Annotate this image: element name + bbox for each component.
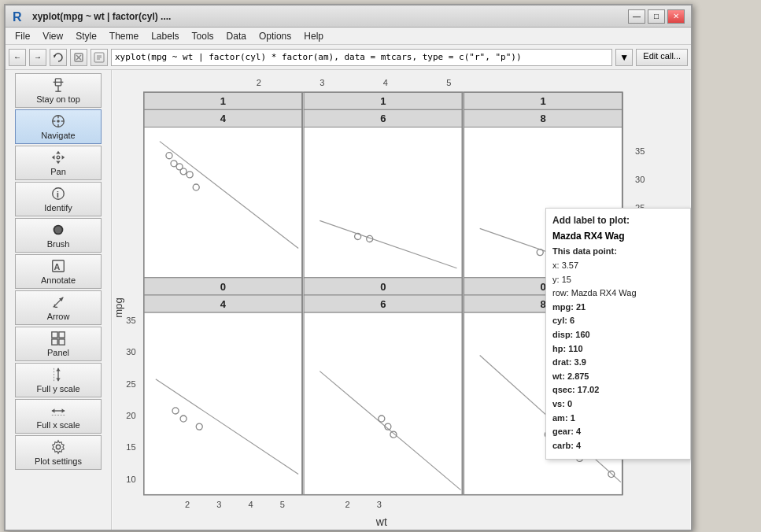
svg-text:0: 0 — [220, 281, 226, 293]
refresh-button[interactable] — [50, 49, 67, 66]
stop-button[interactable] — [70, 49, 87, 66]
menu-tools[interactable]: Tools — [186, 29, 220, 43]
svg-text:35: 35 — [126, 316, 135, 325]
plot-settings-label: Plot settings — [35, 456, 82, 466]
command-dropdown[interactable]: ▼ — [615, 49, 633, 66]
navigate-icon — [50, 113, 66, 129]
pan-label: Pan — [50, 167, 66, 176]
svg-rect-70 — [304, 127, 462, 277]
tooltip-am: am: 1 — [552, 412, 684, 426]
svg-text:30: 30 — [126, 347, 135, 357]
window-controls: — □ ✕ — [628, 9, 685, 24]
svg-text:2: 2 — [185, 500, 190, 509]
svg-text:25: 25 — [126, 379, 135, 389]
menu-file[interactable]: File — [9, 29, 36, 43]
command-input[interactable] — [111, 49, 612, 66]
svg-marker-40 — [56, 379, 60, 382]
forward-button[interactable]: → — [29, 49, 46, 66]
svg-text:20: 20 — [126, 411, 135, 420]
tooltip-hp: hp: 110 — [552, 342, 684, 357]
menu-view[interactable]: View — [36, 29, 69, 43]
menu-style[interactable]: Style — [69, 29, 103, 43]
main-window: R xyplot(mpg ~ wt | factor(cyl) .... — □… — [4, 4, 693, 531]
app-icon: R — [12, 9, 28, 24]
svg-text:35: 35 — [635, 146, 645, 156]
tooltip-title: Add label to plot: — [552, 215, 684, 226]
svg-rect-69 — [144, 127, 302, 277]
menu-data[interactable]: Data — [220, 29, 253, 43]
svg-point-23 — [57, 156, 60, 159]
tooltip-cyl: cyl: 6 — [552, 314, 684, 328]
tooltip-section: This data point: — [552, 246, 684, 256]
svg-text:30: 30 — [635, 175, 645, 184]
tooltip-panel: Add label to plot: Mazda RX4 Wag This da… — [545, 208, 691, 460]
annotate-label: Annotate — [41, 275, 76, 285]
svg-marker-43 — [52, 408, 55, 412]
svg-rect-37 — [59, 339, 65, 345]
svg-text:4: 4 — [249, 500, 253, 509]
window-title: xyplot(mpg ~ wt | factor(cyl) .... — [32, 11, 628, 22]
minimize-button[interactable]: — — [628, 9, 645, 24]
svg-point-14 — [57, 120, 60, 123]
identify-icon: i — [50, 186, 66, 201]
svg-text:i: i — [57, 189, 59, 200]
panel-label: Panel — [47, 348, 69, 357]
svg-marker-22 — [62, 155, 65, 159]
menu-labels[interactable]: Labels — [145, 29, 185, 43]
stay-on-top-button[interactable]: Stay on top — [15, 73, 102, 108]
pan-button[interactable]: Pan — [15, 146, 102, 180]
tooltip-x: x: 3.57 — [552, 259, 684, 273]
full-y-scale-label: Full y scale — [36, 384, 79, 393]
svg-rect-34 — [52, 332, 57, 338]
toolbar: ← → ▼ Edit call... — [6, 45, 691, 70]
svg-text:0: 0 — [380, 281, 386, 293]
close-button[interactable]: ✕ — [667, 9, 685, 24]
svg-text:6: 6 — [380, 113, 386, 124]
svg-text:2: 2 — [257, 78, 261, 87]
plot-settings-button[interactable]: Plot settings — [15, 435, 102, 470]
arrow-button[interactable]: Arrow — [15, 290, 102, 325]
tooltip-vs: vs: 0 — [552, 397, 684, 412]
edit-call-button[interactable]: Edit call... — [636, 49, 688, 66]
svg-rect-101 — [304, 312, 462, 495]
svg-text:mpg: mpg — [113, 297, 124, 317]
brush-icon — [50, 222, 66, 238]
full-y-scale-icon — [50, 367, 66, 382]
menu-bar: File View Style Theme Labels Tools Data … — [6, 28, 691, 45]
svg-text:6: 6 — [380, 298, 386, 310]
tooltip-y: y: 15 — [552, 273, 684, 287]
svg-marker-19 — [56, 151, 60, 154]
tooltip-qsec: qsec: 17.02 — [552, 383, 684, 397]
stay-on-top-label: Stay on top — [36, 94, 80, 104]
tooltip-mpg: mpg: 21 — [552, 301, 684, 315]
maximize-button[interactable]: □ — [648, 9, 665, 24]
back-button[interactable]: ← — [9, 49, 26, 66]
navigate-button[interactable]: Navigate — [15, 109, 102, 144]
svg-marker-20 — [56, 161, 60, 164]
svg-text:4: 4 — [220, 298, 227, 310]
tooltip-carb: carb: 4 — [552, 439, 684, 453]
arrow-label: Arrow — [47, 312, 70, 321]
full-y-scale-button[interactable]: Full y scale — [15, 363, 102, 397]
svg-rect-35 — [59, 332, 65, 338]
tooltip-disp: disp: 160 — [552, 328, 684, 342]
menu-options[interactable]: Options — [253, 29, 297, 43]
identify-button[interactable]: i Identify — [15, 182, 102, 216]
brush-button[interactable]: Brush — [15, 218, 102, 253]
svg-text:5: 5 — [280, 500, 285, 509]
navigate-label: Navigate — [41, 131, 75, 140]
svg-text:5: 5 — [446, 78, 451, 87]
panel-button[interactable]: Panel — [15, 327, 102, 361]
svg-text:15: 15 — [126, 442, 135, 452]
svg-text:1: 1 — [220, 95, 226, 107]
svg-text:2: 2 — [345, 500, 349, 509]
svg-text:3: 3 — [320, 78, 324, 87]
menu-help[interactable]: Help — [297, 29, 330, 43]
identify-label: Identify — [44, 203, 72, 212]
export-button[interactable] — [91, 49, 108, 66]
svg-marker-44 — [62, 408, 65, 412]
menu-theme[interactable]: Theme — [103, 29, 145, 43]
annotate-button[interactable]: A Annotate — [15, 254, 102, 289]
svg-text:wt: wt — [375, 515, 387, 528]
full-x-scale-button[interactable]: Full x scale — [15, 399, 102, 434]
